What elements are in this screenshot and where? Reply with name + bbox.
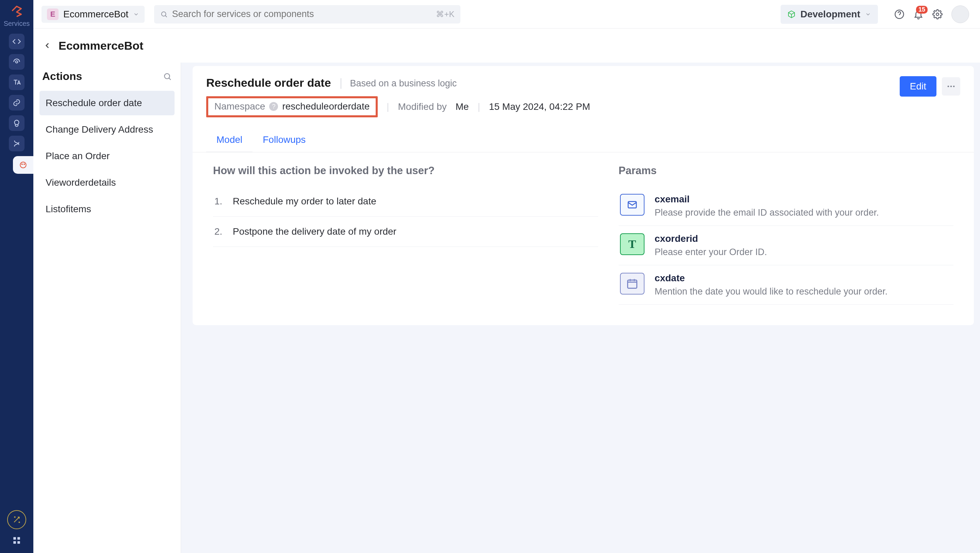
param-row: cxdate Mention the date you would like t… (619, 265, 953, 305)
namespace-value: rescheduleorderdate (282, 101, 369, 112)
help-icon[interactable]: ? (269, 102, 278, 111)
avatar[interactable] (951, 5, 969, 23)
sidebar-item-place-order[interactable]: Place an Order (40, 144, 175, 168)
notification-count: 15 (916, 6, 928, 14)
rail-item-link[interactable] (9, 95, 24, 111)
svg-rect-6 (18, 537, 20, 540)
svg-point-1 (14, 120, 19, 124)
sidebar-item-change-address[interactable]: Change Delivery Address (40, 118, 175, 142)
page-title: EcommerceBot (59, 39, 143, 52)
gear-icon[interactable] (932, 9, 943, 19)
namespace-highlight: Namespace ? rescheduleorderdate (206, 96, 378, 118)
cube-icon (788, 10, 795, 18)
svg-point-14 (950, 86, 952, 87)
search-icon[interactable] (163, 72, 172, 81)
search-input[interactable] (172, 9, 454, 19)
param-name: cxemail (655, 194, 879, 205)
namespace-label: Namespace (215, 101, 265, 112)
params-title: Params (619, 165, 953, 177)
svg-point-12 (164, 73, 169, 79)
sidebar-heading: Actions (42, 70, 82, 83)
svg-point-3 (22, 164, 22, 165)
action-subtitle: Based on a business logic (340, 78, 457, 89)
environment-selector[interactable]: Development (781, 5, 878, 24)
modified-at: 15 May 2024, 04:22 PM (489, 101, 590, 112)
environment-label: Development (800, 9, 860, 20)
svg-rect-17 (627, 280, 637, 288)
rail-magic-button[interactable] (7, 510, 26, 529)
app-switcher[interactable]: E EcommerceBot (41, 6, 145, 23)
list-number: 1. (215, 196, 224, 207)
search-icon (160, 11, 168, 18)
list-number: 2. (215, 226, 224, 237)
edit-button[interactable]: Edit (900, 76, 937, 97)
help-icon[interactable] (894, 9, 904, 19)
left-icon-rail: Services (0, 0, 33, 553)
mail-icon (620, 194, 644, 216)
invoke-title: How will this action be invoked by the u… (213, 165, 598, 177)
global-search[interactable]: ⌘+K (154, 5, 460, 24)
top-bar: E EcommerceBot ⌘+K Development (33, 0, 980, 29)
svg-rect-5 (13, 537, 16, 540)
more-menu-button[interactable] (942, 77, 960, 95)
app-name: EcommerceBot (63, 9, 128, 20)
invocation-row: 1. Reschedule my order to later date (213, 186, 598, 217)
notifications-icon[interactable]: 15 (913, 9, 924, 19)
search-shortcut: ⌘+K (436, 10, 454, 19)
breadcrumb: EcommerceBot (33, 29, 980, 63)
param-name: cxorderid (655, 233, 767, 244)
param-name: cxdate (655, 273, 888, 284)
rail-item-language[interactable] (9, 75, 24, 90)
chevron-down-icon (133, 11, 139, 17)
svg-point-13 (948, 86, 950, 87)
chevron-down-icon (865, 11, 871, 17)
svg-rect-8 (18, 541, 20, 544)
rail-item-flows[interactable] (9, 136, 24, 151)
sidebar-item-view-order[interactable]: Vieworderdetails (40, 170, 175, 195)
param-row: T cxorderid Please enter your Order ID. (619, 226, 953, 265)
svg-point-4 (24, 164, 24, 165)
calendar-icon (620, 273, 644, 294)
rail-item-settings[interactable] (9, 54, 24, 70)
param-desc: Mention the date you would like to resch… (655, 286, 888, 297)
detail-tabs: Model Followups (192, 128, 974, 153)
invocation-text: Reschedule my order to later date (233, 196, 376, 207)
actions-sidebar: Actions Reschedule order date Change Del… (33, 63, 181, 553)
svg-point-11 (936, 13, 939, 16)
svg-point-2 (20, 162, 26, 168)
rail-apps-button[interactable] (12, 536, 21, 545)
param-row: cxemail Please provide the email ID asso… (619, 186, 953, 226)
back-button[interactable] (43, 41, 52, 50)
rail-item-bot[interactable] (13, 156, 33, 174)
tab-model[interactable]: Model (206, 128, 253, 152)
svg-rect-7 (13, 541, 16, 544)
svg-point-0 (16, 61, 18, 63)
svg-point-9 (162, 11, 166, 16)
invocation-text: Postpone the delivery date of my order (233, 226, 396, 237)
action-title: Reschedule order date (206, 76, 331, 91)
tab-followups[interactable]: Followups (253, 128, 316, 152)
rail-item-head[interactable] (9, 115, 24, 131)
param-desc: Please enter your Order ID. (655, 247, 767, 257)
sidebar-item-list-items[interactable]: Listofitems (40, 197, 175, 221)
app-badge: E (47, 8, 59, 20)
param-desc: Please provide the email ID associated w… (655, 207, 879, 218)
content-area: Reschedule order date Based on a busines… (181, 63, 980, 553)
sidebar-item-reschedule[interactable]: Reschedule order date (40, 91, 175, 115)
services-label: Services (4, 20, 30, 27)
product-logo[interactable] (10, 4, 24, 17)
modified-by-value: Me (456, 101, 469, 112)
svg-point-15 (953, 86, 955, 87)
text-icon: T (620, 233, 644, 255)
invocation-row: 2. Postpone the delivery date of my orde… (213, 217, 598, 247)
rail-item-code[interactable] (9, 34, 24, 49)
modified-by-label: Modified by (398, 101, 447, 112)
